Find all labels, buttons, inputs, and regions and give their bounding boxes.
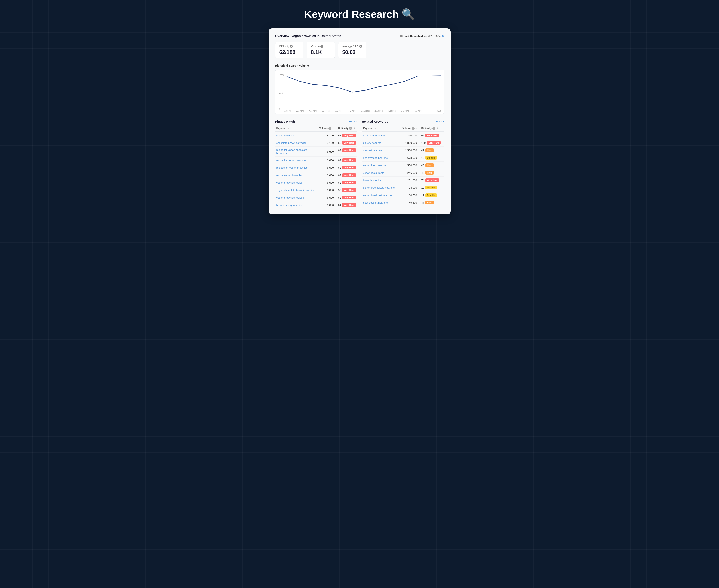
metrics-row: Difficulty i 62/100 Volume i 8.1K Averag… — [275, 42, 444, 58]
related-keywords-see-all[interactable]: See All — [435, 120, 444, 123]
difficulty-badge: Very Hard — [342, 159, 356, 162]
keyword-link[interactable]: vegan chocolate brownies recipe — [276, 189, 315, 192]
diff-number: 74 — [421, 179, 424, 182]
diff-number: 62 — [338, 134, 341, 137]
difficulty-badge: Very Hard — [342, 188, 356, 192]
difficulty-cell: 49 Hard — [420, 147, 444, 154]
table-row: vegan breakfast near me 60,500 17 Do-abl… — [362, 191, 444, 199]
metric-card: Average CPC i $0.62 — [338, 42, 366, 58]
refresh-icon[interactable]: ↻ — [442, 35, 444, 38]
svg-text:10000: 10000 — [279, 74, 284, 77]
table-row: bakery near me 1,830,000 100 Very Hard — [362, 139, 444, 147]
difficulty-badge: Very Hard — [427, 141, 440, 145]
difficulty-badge: Very Hard — [342, 141, 356, 145]
keyword-link[interactable]: ice cream near me — [363, 134, 385, 137]
diff-number: 62 — [338, 196, 341, 199]
keyword-link[interactable]: recipe for vegan chocolate brownies — [276, 148, 307, 154]
diff-number: 62 — [338, 149, 341, 152]
difficulty-cell: 100 Very Hard — [420, 139, 444, 146]
volume-cell: 6,600 — [318, 171, 337, 179]
phrase-match-see-all[interactable]: See All — [348, 120, 357, 123]
keyword-link[interactable]: healthy food near me — [363, 156, 388, 160]
bottom-section: Phrase Match See All Keyword ⇅ Volume i … — [275, 120, 444, 209]
svg-text:0: 0 — [279, 107, 280, 110]
overview-header: Overview: vegan brownies in United State… — [275, 34, 444, 38]
keyword-link[interactable]: bakery near me — [363, 141, 381, 144]
svg-text:Oct 2023: Oct 2023 — [388, 110, 396, 112]
phrase-col-keyword: Keyword ⇅ — [275, 125, 318, 132]
metric-info-icon[interactable]: i — [290, 45, 293, 48]
difficulty-cell: 62 Very Hard — [337, 171, 357, 179]
difficulty-cell: 58 Very Hard — [337, 139, 357, 146]
volume-cell: 6,600 — [318, 179, 337, 186]
related-diff-info-icon[interactable]: i — [432, 127, 435, 130]
keyword-link[interactable]: recipe for vegan brownies — [276, 159, 306, 162]
keyword-link[interactable]: gluten-free bakery near me — [363, 186, 395, 189]
metric-info-icon[interactable]: i — [320, 45, 323, 48]
difficulty-badge: Do-able — [425, 193, 437, 197]
related-keywords-title: Related Keywords — [362, 120, 388, 123]
volume-cell: 246,000 — [399, 169, 420, 176]
diff-number: 17 — [421, 194, 424, 197]
keyword-link[interactable]: dessert near me — [363, 149, 382, 152]
info-icon[interactable]: i — [400, 35, 403, 37]
volume-cell: 6,600 — [318, 194, 337, 202]
difficulty-cell: 64 Very Hard — [337, 202, 357, 209]
table-row: vegan brownies recipes 6,600 62 Very Har… — [275, 194, 357, 202]
difficulty-cell: 17 Do-able — [420, 191, 444, 199]
svg-text:Nov 2023: Nov 2023 — [400, 110, 409, 112]
table-row: recipes for vegan brownies 6,600 62 Very… — [275, 164, 357, 171]
diff-number: 47 — [421, 201, 424, 204]
overview-title: Overview: vegan brownies in United State… — [275, 34, 341, 38]
volume-cell: 201,000 — [399, 176, 420, 184]
difficulty-badge: Hard — [425, 163, 434, 167]
related-volume-info-icon[interactable]: i — [412, 127, 415, 130]
keyword-link[interactable]: vegan brownies recipes — [276, 196, 304, 199]
diff-info-icon[interactable]: i — [349, 127, 352, 130]
difficulty-cell: 62 Very Hard — [420, 132, 444, 139]
keyword-link[interactable]: brownies vegan recipe — [276, 204, 303, 207]
keyword-link[interactable]: chocolate brownies vegan — [276, 141, 307, 144]
diff-number: 19 — [421, 156, 424, 160]
svg-text:Feb 2023: Feb 2023 — [282, 110, 291, 112]
keyword-link[interactable]: vegan brownies recipe — [276, 181, 303, 184]
diff-number: 58 — [338, 141, 341, 144]
keyword-link[interactable]: recipes for vegan brownies — [276, 166, 308, 169]
diff-number: 40 — [421, 171, 424, 174]
svg-text:Jan 2024: Jan 2024 — [437, 110, 441, 112]
keyword-link[interactable]: vegan brownies — [276, 134, 295, 137]
volume-cell: 550,000 — [399, 162, 420, 169]
difficulty-badge: Hard — [425, 201, 434, 205]
keyword-link[interactable]: brownies recipe — [363, 179, 382, 182]
svg-text:May 2023: May 2023 — [322, 110, 330, 112]
table-row: brownies vegan recipe 6,600 64 Very Hard — [275, 202, 357, 209]
table-row: dessert near me 1,500,000 49 Hard — [362, 147, 444, 154]
metric-info-icon[interactable]: i — [359, 45, 362, 48]
difficulty-cell: 64 Very Hard — [337, 156, 357, 164]
table-row: chocolate brownies vegan 8,100 58 Very H… — [275, 139, 357, 147]
table-row: recipe for vegan brownies 6,600 64 Very … — [275, 156, 357, 164]
table-row: recipe for vegan chocolate brownies 6,60… — [275, 147, 357, 156]
svg-text:Aug 2023: Aug 2023 — [361, 110, 369, 112]
table-row: vegan brownies recipe 6,600 62 Very Hard — [275, 179, 357, 186]
keyword-link[interactable]: vegan food near me — [363, 164, 387, 167]
keyword-link[interactable]: vegan breakfast near me — [363, 194, 392, 197]
volume-cell: 1,830,000 — [399, 139, 420, 147]
difficulty-badge: Very Hard — [342, 181, 356, 184]
difficulty-cell: 74 Very Hard — [420, 176, 444, 184]
table-row: recipe vegan brownies 6,600 62 Very Hard — [275, 171, 357, 179]
keyword-link[interactable]: best dessert near me — [363, 201, 388, 204]
difficulty-cell: 48 Hard — [420, 162, 444, 169]
keyword-link[interactable]: vegan restaurants — [363, 171, 384, 174]
volume-cell: 8,100 — [318, 132, 337, 139]
diff-number: 48 — [421, 164, 424, 167]
difficulty-cell: 62 Very Hard — [337, 164, 357, 171]
last-refreshed-label: Last Refreshed: April 25, 2024 — [404, 35, 440, 38]
table-row: vegan brownies 8,100 62 Very Hard — [275, 132, 357, 139]
volume-cell: 74,000 — [399, 184, 420, 191]
volume-info-icon[interactable]: i — [329, 127, 331, 130]
difficulty-badge: Hard — [425, 171, 434, 174]
keyword-link[interactable]: recipe vegan brownies — [276, 174, 303, 177]
metric-value: $0.62 — [342, 49, 362, 55]
metric-value: 8.1K — [311, 49, 331, 55]
